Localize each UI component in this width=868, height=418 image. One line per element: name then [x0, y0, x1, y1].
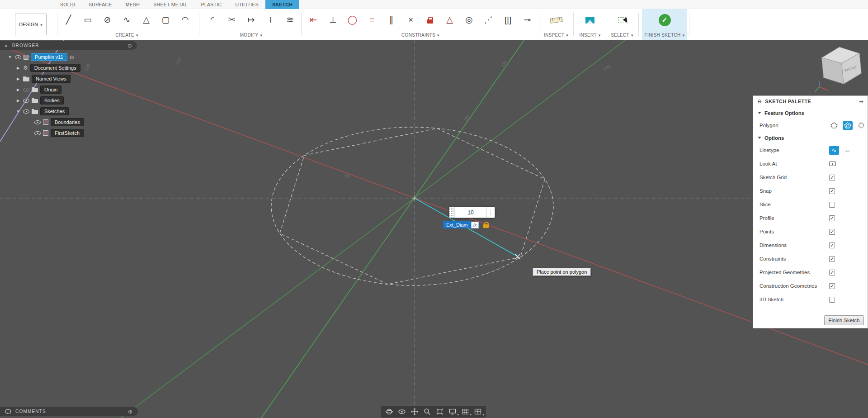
measure-icon[interactable]: [547, 10, 566, 30]
browser-item-sketches[interactable]: ▼Sketches: [0, 106, 84, 117]
projected-geometries-checkbox[interactable]: ✓: [829, 270, 835, 276]
insert-menu[interactable]: INSERT: [576, 31, 604, 39]
browser-item-boundaries[interactable]: Boundaries: [0, 117, 84, 128]
collinear-icon[interactable]: ⋰: [479, 10, 498, 30]
expand-open-icon[interactable]: ▼: [15, 109, 21, 114]
finish-sketch-button[interactable]: [655, 10, 675, 30]
browser-options-icon[interactable]: [127, 43, 132, 49]
browser-item-label[interactable]: Bodies: [40, 96, 64, 104]
dimension-input-box[interactable]: 10: [449, 207, 495, 218]
eye-icon[interactable]: [34, 120, 41, 124]
expand-closed-icon[interactable]: ▶: [15, 66, 21, 70]
tangent-icon[interactable]: ◯: [343, 10, 362, 30]
browser-item-label[interactable]: Sketches: [40, 107, 69, 115]
tab-sheet-metal[interactable]: SHEET METAL: [146, 0, 194, 9]
spline-icon[interactable]: ∿: [117, 10, 137, 30]
browser-item-document-settings[interactable]: ▶⚙Document Settings: [0, 62, 84, 73]
orbit-icon[interactable]: [383, 406, 396, 417]
look-at-icon[interactable]: [829, 162, 836, 166]
browser-item-bodies[interactable]: ▶Bodies: [0, 95, 84, 106]
finish-sketch-menu[interactable]: FINISH SKETCH: [642, 31, 687, 39]
slot-icon[interactable]: ▢: [156, 10, 175, 30]
constraints-menu[interactable]: CONSTRAINTS: [304, 31, 537, 39]
comments-bar[interactable]: COMMENTS: [0, 407, 138, 416]
browser-item-origin[interactable]: ▶Origin: [0, 84, 84, 95]
browser-item-label[interactable]: Origin: [40, 86, 61, 94]
expand-closed-icon[interactable]: ▶: [15, 88, 21, 92]
view-cube[interactable]: FRONT: [813, 42, 868, 95]
horizontal-vertical-icon[interactable]: ⊥: [323, 10, 343, 30]
fillet-icon[interactable]: ◜: [203, 10, 222, 30]
edge-polygon-icon[interactable]: [829, 121, 839, 130]
break-icon[interactable]: ≀: [261, 10, 280, 30]
3d-sketch-checkbox[interactable]: [829, 297, 835, 303]
coincident-icon[interactable]: ×: [401, 10, 420, 30]
fit-icon[interactable]: [434, 406, 446, 417]
parameter-name-label[interactable]: Ext_Diam: [443, 221, 471, 228]
browser-item-label[interactable]: Document Settings: [30, 64, 80, 72]
extend-icon[interactable]: ↦: [241, 10, 261, 30]
fix-lock-icon[interactable]: [420, 10, 440, 30]
finish-sketch-palette-button[interactable]: Finish Sketch: [824, 315, 864, 325]
inspect-menu[interactable]: INSPECT: [542, 31, 571, 39]
sketch-palette-header[interactable]: SKETCH PALETTE: [753, 96, 868, 107]
expand-open-icon[interactable]: ▼: [7, 55, 13, 59]
eye-icon[interactable]: [15, 55, 21, 59]
points-checkbox[interactable]: ✓: [829, 229, 835, 235]
insert-canvas-icon[interactable]: [580, 10, 600, 30]
normal-linetype-icon[interactable]: ∿: [829, 146, 839, 155]
feature-options-section[interactable]: Feature Options: [753, 107, 868, 119]
create-menu[interactable]: CREATE: [59, 31, 195, 39]
constraints-checkbox[interactable]: ✓: [829, 256, 835, 262]
modify-menu[interactable]: MODIFY: [203, 31, 300, 39]
snap-checkbox[interactable]: ✓: [829, 188, 835, 194]
pan-icon[interactable]: [408, 406, 421, 417]
collapse-browser-icon[interactable]: [5, 43, 8, 49]
parallel-icon[interactable]: ∥: [382, 10, 401, 30]
drag-grip-icon[interactable]: [449, 207, 455, 218]
equal-icon[interactable]: =: [362, 10, 382, 30]
expand-closed-icon[interactable]: ▶: [15, 99, 21, 103]
dock-panel-icon[interactable]: [859, 98, 863, 104]
profile-checkbox[interactable]: ✓: [829, 215, 835, 221]
browser-item-label[interactable]: Boundaries: [51, 118, 84, 126]
tab-solid[interactable]: SOLID: [53, 0, 82, 9]
dimension-value-input[interactable]: 10: [455, 207, 486, 218]
midpoint-icon[interactable]: △: [440, 10, 459, 30]
expand-closed-icon[interactable]: ▶: [15, 77, 21, 81]
options-section[interactable]: Options: [753, 132, 868, 143]
viewports-icon[interactable]: [472, 406, 484, 417]
activate-component-icon[interactable]: [70, 53, 74, 61]
select-menu[interactable]: SELECT: [609, 31, 636, 39]
arc-icon[interactable]: ◠: [175, 10, 195, 30]
inscribed-polygon-icon[interactable]: [856, 121, 866, 130]
browser-item-label[interactable]: Named Views: [32, 75, 71, 83]
eye-icon[interactable]: [23, 99, 29, 103]
concentric-icon[interactable]: ◎: [459, 10, 479, 30]
look-at-icon[interactable]: [396, 406, 408, 417]
offset-icon[interactable]: ≋: [280, 10, 300, 30]
tab-plastic[interactable]: PLASTIC: [194, 0, 229, 9]
dimensions-checkbox[interactable]: ✓: [829, 242, 835, 248]
slice-checkbox[interactable]: [829, 202, 835, 208]
browser-item-firstsketch[interactable]: FirstSketch: [0, 128, 84, 138]
eye-icon[interactable]: [23, 109, 29, 114]
browser-item-label[interactable]: Pumpkin v11: [31, 53, 67, 61]
tab-utilities[interactable]: UTILITIES: [228, 0, 265, 9]
browser-item-named-views[interactable]: ▶Named Views: [0, 73, 84, 84]
browser-item-pumpkin-v11[interactable]: ▼Pumpkin v11: [0, 52, 84, 62]
add-comment-icon[interactable]: [128, 408, 132, 415]
symmetry-icon[interactable]: [|]: [498, 10, 518, 30]
eye-icon[interactable]: [34, 131, 41, 135]
line-icon[interactable]: ╱: [59, 10, 78, 30]
tab-mesh[interactable]: MESH: [119, 0, 147, 9]
circle-icon[interactable]: ⊘: [98, 10, 117, 30]
polygon-icon[interactable]: △: [137, 10, 156, 30]
sketch-dimension-icon[interactable]: ⇤: [304, 10, 323, 30]
eye-off-icon[interactable]: [23, 88, 29, 92]
zoom-icon[interactable]: [421, 406, 434, 417]
dimension-options-icon[interactable]: [486, 207, 495, 218]
select-box-icon[interactable]: [613, 10, 632, 30]
rectangle-icon[interactable]: ▭: [78, 10, 98, 30]
3d-viewport[interactable]: 150100150-100-150-50: [0, 40, 868, 418]
